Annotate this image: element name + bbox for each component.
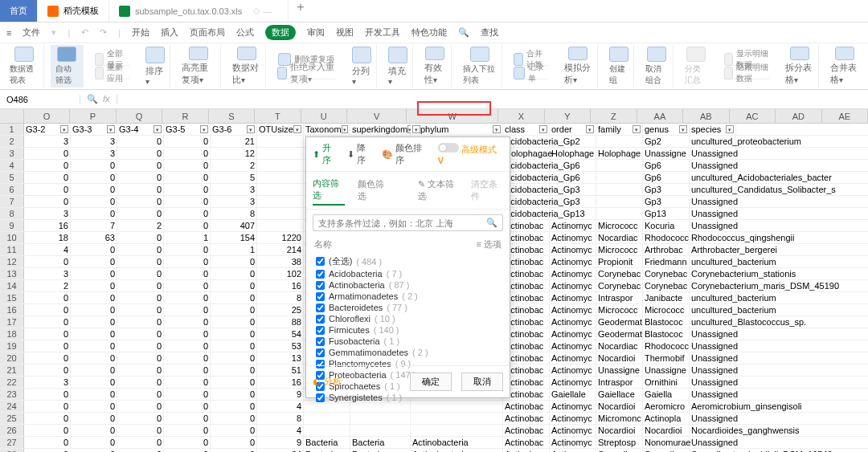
cell[interactable]: 4 xyxy=(257,425,304,436)
filter-tab-color[interactable]: 颜色筛选 xyxy=(358,176,390,205)
hdr-order[interactable]: order▾ xyxy=(550,124,596,135)
cell[interactable]: Actinomyc xyxy=(550,413,596,424)
cell[interactable]: 0 xyxy=(24,172,71,183)
cell[interactable]: Streptosp xyxy=(596,437,643,448)
filter-dropdown[interactable]: ▾ xyxy=(412,125,420,133)
cell[interactable]: Aeromicro xyxy=(643,401,690,412)
cell[interactable]: 51 xyxy=(257,364,304,376)
cell[interactable]: Intraspor xyxy=(596,292,643,303)
cell[interactable]: Actinobacteria xyxy=(411,449,503,452)
cell[interactable]: 0 xyxy=(71,413,117,424)
cell[interactable]: Bacteria xyxy=(350,449,411,452)
cell[interactable]: Nocardiac xyxy=(596,232,643,243)
cell[interactable] xyxy=(596,184,643,195)
cell[interactable]: 0 xyxy=(71,340,117,352)
menu-dev[interactable]: 开发工具 xyxy=(365,26,400,39)
row-header[interactable]: 10 xyxy=(0,232,24,243)
cell[interactable]: Bacteria xyxy=(304,437,350,448)
cell[interactable]: 0 xyxy=(117,340,164,352)
cell[interactable]: 0 xyxy=(211,413,257,424)
ok-button[interactable]: 确定 xyxy=(410,373,452,391)
filter-checkbox[interactable] xyxy=(316,315,325,324)
menu-start[interactable]: 开始 xyxy=(132,26,149,39)
tab-pin-icon[interactable]: ◇ xyxy=(253,6,260,16)
col-U[interactable]: U xyxy=(301,109,347,123)
tool-group[interactable]: 创建组 xyxy=(604,45,634,88)
cell[interactable]: Actinobac xyxy=(503,401,550,412)
cell[interactable]: 0 xyxy=(211,280,257,291)
cell[interactable]: 9 xyxy=(257,389,304,400)
cell[interactable]: 0 xyxy=(24,196,71,207)
cell[interactable]: Unassigned xyxy=(690,389,736,400)
filter-dropdown[interactable]: ▾ xyxy=(247,125,255,133)
cell[interactable]: Holophage xyxy=(550,148,596,159)
filter-checkbox[interactable] xyxy=(316,337,325,346)
menu-formula[interactable]: 公式 xyxy=(236,26,254,39)
cell[interactable]: 0 xyxy=(164,449,211,452)
cell[interactable]: 0 xyxy=(117,389,164,400)
cell[interactable]: 0 xyxy=(211,401,257,412)
cell[interactable]: 0 xyxy=(24,316,71,328)
tab-add[interactable]: + xyxy=(289,0,312,22)
cell[interactable]: 0 xyxy=(211,352,257,364)
cell[interactable]: 0 xyxy=(164,196,211,207)
filter-dropdown[interactable]: ▾ xyxy=(726,125,734,133)
cell[interactable]: 0 xyxy=(164,208,211,219)
cell[interactable]: Actinomyc xyxy=(550,401,596,412)
cell[interactable]: 0 xyxy=(71,304,117,316)
filter-item[interactable]: Armatimonadetes ( 2 ) xyxy=(313,291,503,302)
filter-dropdown[interactable]: ▾ xyxy=(342,125,348,133)
cell[interactable]: 0 xyxy=(24,413,71,424)
cell[interactable]: 0 xyxy=(24,304,71,316)
cell[interactable]: 0 xyxy=(211,328,257,340)
cell[interactable]: 102 xyxy=(257,268,304,279)
hdr-G3-5[interactable]: G3-5▾ xyxy=(164,124,211,135)
cell[interactable]: Arthrobac xyxy=(643,244,690,255)
cell[interactable]: 1 xyxy=(211,244,257,255)
cell[interactable]: 0 xyxy=(164,268,211,279)
tool-sim[interactable]: 模拟分析▾ xyxy=(559,45,598,88)
cell[interactable]: 0 xyxy=(117,316,164,328)
row-header[interactable]: 18 xyxy=(0,328,24,340)
row-header[interactable]: 9 xyxy=(0,220,24,231)
analyze-button[interactable]: ◐分析 xyxy=(313,376,342,388)
cell[interactable]: Actinomyc xyxy=(550,425,596,436)
filter-checkbox[interactable] xyxy=(316,281,325,290)
cell[interactable]: 0 xyxy=(117,352,164,364)
fx-icon[interactable]: fx xyxy=(103,94,110,104)
cell[interactable]: 0 xyxy=(211,316,257,328)
cell[interactable]: 0 xyxy=(117,136,164,147)
cell[interactable]: 0 xyxy=(117,425,164,436)
cell[interactable]: 407 xyxy=(211,220,257,231)
menu-feature[interactable]: 特色功能 xyxy=(411,26,447,39)
cell[interactable] xyxy=(257,172,304,183)
cell[interactable]: 0 xyxy=(71,244,117,255)
cell[interactable]: Aeromicrobium_ginsengisoli xyxy=(690,401,736,412)
filter-tab-content[interactable]: 内容筛选 xyxy=(313,175,345,206)
cell[interactable]: Gp2 xyxy=(643,136,690,147)
cell[interactable]: 0 xyxy=(211,268,257,279)
cell[interactable] xyxy=(596,160,643,171)
row-header[interactable]: 25 xyxy=(0,413,24,424)
cell[interactable]: 0 xyxy=(164,340,211,352)
cell[interactable]: 0 xyxy=(117,401,164,412)
cell[interactable]: 2 xyxy=(117,220,164,231)
cell[interactable]: 0 xyxy=(164,364,211,376)
filter-item[interactable]: Firmicutes ( 140 ) xyxy=(313,324,503,336)
cell[interactable]: 0 xyxy=(24,160,71,171)
cell[interactable] xyxy=(257,160,304,171)
cell[interactable]: Nocardioides_ganghwensis xyxy=(690,425,736,436)
cell[interactable]: Unassigned xyxy=(690,413,736,424)
cell[interactable]: Micrococc xyxy=(596,244,643,255)
cell[interactable]: 0 xyxy=(164,136,211,147)
col-AE[interactable]: AE xyxy=(822,109,868,123)
cell[interactable]: 3 xyxy=(71,136,117,147)
cell[interactable]: 0 xyxy=(71,352,117,364)
hdr-G3-2[interactable]: G3-2▾ xyxy=(24,124,71,135)
cell[interactable]: 16 xyxy=(24,220,71,231)
cell[interactable]: 0 xyxy=(24,401,71,412)
cell[interactable]: 0 xyxy=(117,304,164,316)
hdr-superkingdom[interactable]: superkingdom▾ xyxy=(350,124,411,135)
cell[interactable]: Actinomyc xyxy=(550,328,596,340)
cell[interactable]: 0 xyxy=(117,184,164,195)
